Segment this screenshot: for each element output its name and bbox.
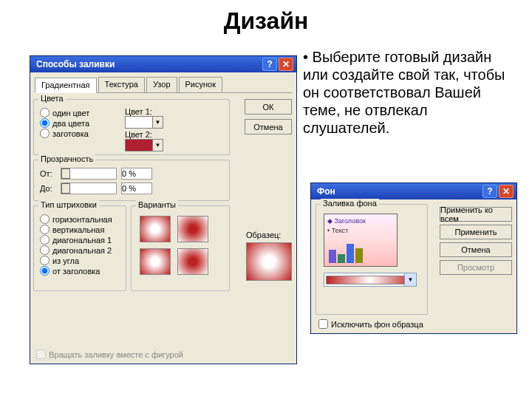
tab-pattern[interactable]: Узор	[146, 77, 177, 92]
slide-preview: ◆ Заголовок • Текст	[324, 214, 398, 267]
exclude-bg-checkbox[interactable]: Исключить фон образца	[318, 319, 423, 329]
sample-preview	[246, 242, 292, 281]
from-label: От:	[40, 169, 56, 178]
preview-title: ◆ Заголовок	[327, 217, 394, 225]
radio-corner[interactable]: из угла	[40, 256, 120, 265]
variants-group: Варианты	[131, 205, 230, 291]
chevron-down-icon: ▼	[404, 273, 416, 286]
variants-group-label: Варианты	[136, 200, 178, 209]
variant-1[interactable]	[140, 216, 171, 242]
from-value[interactable]	[121, 168, 152, 180]
transparency-group: Прозрачность От: До:	[33, 160, 230, 201]
help-button[interactable]: ?	[262, 58, 277, 71]
window-title: Способы заливки	[33, 59, 261, 69]
close-button[interactable]: ✕	[499, 185, 514, 198]
bg-fill-dropdown[interactable]: ▼	[324, 273, 417, 287]
radio-diag1[interactable]: диагональная 1	[40, 235, 120, 245]
color1-label: Цвет 1:	[125, 107, 163, 116]
titlebar[interactable]: Способы заливки ? ✕	[30, 56, 296, 72]
apply-button[interactable]: Применить	[440, 225, 512, 239]
sample-label: Образец:	[246, 231, 292, 239]
radio-diag2[interactable]: диагональная 2	[40, 245, 120, 255]
radio-from-title[interactable]: от заголовка	[40, 266, 120, 276]
help-button[interactable]: ?	[482, 185, 497, 198]
page-title: Дизайн	[0, 7, 532, 35]
body-paragraph: Выберите готовый дизайн или создайте сво…	[303, 48, 517, 137]
from-slider[interactable]	[61, 168, 117, 180]
variant-3[interactable]	[140, 248, 171, 275]
tab-texture[interactable]: Текстура	[98, 77, 145, 92]
hatch-group-label: Тип штриховки	[38, 200, 99, 209]
fill-effects-dialog: Способы заливки ? ✕ Градиентная Текстура…	[30, 55, 297, 364]
color2-label: Цвет 2:	[125, 130, 163, 139]
radio-vertical[interactable]: вертикальная	[40, 225, 120, 234]
preview-text: • Текст	[327, 227, 394, 234]
tab-strip: Градиентная Текстура Узор Рисунок	[35, 77, 292, 93]
colors-group: Цвета один цвет два цвета заготовка Цвет…	[33, 99, 230, 155]
radio-horizontal[interactable]: горизонтальная	[40, 214, 120, 224]
apply-all-button[interactable]: Применить ко всем	[440, 207, 512, 222]
tab-gradient[interactable]: Градиентная	[35, 78, 97, 93]
bg-fill-group: Заливка фона ◆ Заголовок • Текст ▼	[316, 204, 428, 315]
hatch-group: Тип штриховки горизонтальная вертикальна…	[33, 205, 126, 291]
close-button[interactable]: ✕	[279, 58, 293, 71]
bg-fill-group-label: Заливка фона	[321, 199, 379, 208]
tab-picture[interactable]: Рисунок	[179, 77, 223, 92]
preview-button[interactable]: Просмотр	[440, 260, 512, 275]
chevron-down-icon: ▼	[152, 140, 163, 151]
to-slider[interactable]	[61, 183, 117, 194]
window-title: Фон	[314, 186, 481, 197]
background-dialog: Фон ? ✕ Заливка фона ◆ Заголовок • Текст	[310, 183, 517, 334]
radio-one-color[interactable]: один цвет	[40, 108, 125, 117]
to-label: До:	[40, 184, 56, 193]
chevron-down-icon: ▼	[152, 117, 163, 128]
cancel-button[interactable]: Отмена	[245, 119, 292, 134]
rotate-fill-checkbox: Вращать заливку вместе с фигурой	[36, 349, 183, 359]
variant-4[interactable]	[177, 248, 208, 275]
preview-chart-icon	[329, 244, 363, 263]
radio-preset[interactable]: заготовка	[40, 129, 125, 138]
variant-2[interactable]	[177, 216, 208, 242]
ok-button[interactable]: ОК	[245, 99, 292, 115]
radio-two-colors[interactable]: два цвета	[40, 118, 125, 128]
cancel-button[interactable]: Отмена	[440, 242, 512, 257]
transparency-group-label: Прозрачность	[38, 154, 95, 163]
colors-group-label: Цвета	[38, 94, 66, 103]
color1-picker[interactable]: ▼	[125, 116, 163, 129]
titlebar[interactable]: Фон ? ✕	[311, 183, 516, 200]
color2-picker[interactable]: ▼	[125, 139, 163, 151]
to-value[interactable]	[121, 183, 152, 194]
